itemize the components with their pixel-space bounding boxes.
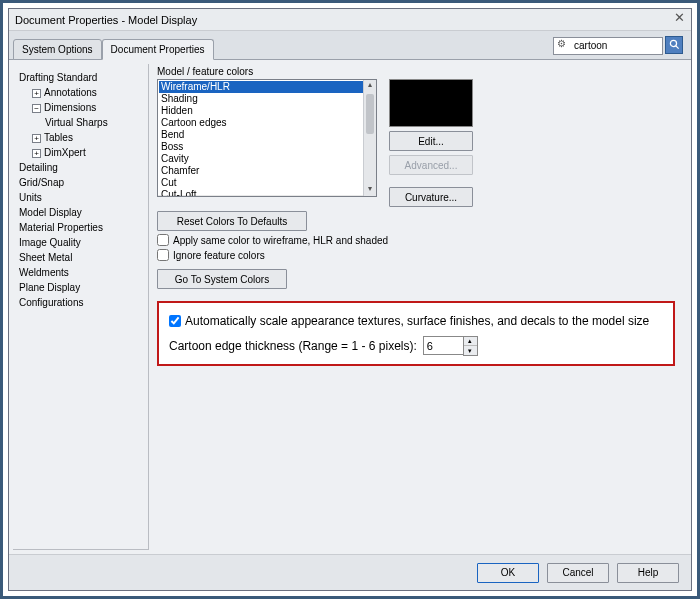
- color-listbox[interactable]: Wireframe/HLR Shading Hidden Cartoon edg…: [157, 79, 377, 197]
- list-item[interactable]: Chamfer: [159, 165, 375, 177]
- sidebar-item-weldments[interactable]: Weldments: [19, 265, 148, 280]
- list-item[interactable]: Wireframe/HLR: [159, 81, 375, 93]
- sidebar-item-virtual-sharps[interactable]: Virtual Sharps: [19, 115, 148, 130]
- list-item[interactable]: Boss: [159, 141, 375, 153]
- reset-colors-button[interactable]: Reset Colors To Defaults: [157, 211, 307, 231]
- sidebar-item-material-properties[interactable]: Material Properties: [19, 220, 148, 235]
- highlight-box: Automatically scale appearance textures,…: [157, 301, 675, 366]
- main-panel: Model / feature colors Wireframe/HLR Sha…: [149, 60, 691, 554]
- auto-scale-label: Automatically scale appearance textures,…: [185, 314, 649, 328]
- auto-scale-checkbox[interactable]: [169, 315, 181, 327]
- search-input[interactable]: [553, 37, 663, 55]
- colors-group-label: Model / feature colors: [157, 66, 683, 77]
- apply-same-color-label: Apply same color to wireframe, HLR and s…: [173, 235, 388, 246]
- sidebar-item-image-quality[interactable]: Image Quality: [19, 235, 148, 250]
- list-item[interactable]: Cut: [159, 177, 375, 189]
- scroll-down-icon[interactable]: ▾: [364, 184, 376, 196]
- search-button[interactable]: [665, 36, 683, 54]
- sidebar-item-model-display[interactable]: Model Display: [19, 205, 148, 220]
- edit-button[interactable]: Edit...: [389, 131, 473, 151]
- sidebar-item-detailing[interactable]: Detailing: [19, 160, 148, 175]
- sidebar-item-plane-display[interactable]: Plane Display: [19, 280, 148, 295]
- scroll-up-icon[interactable]: ▴: [364, 80, 376, 92]
- sidebar-item-configurations[interactable]: Configurations: [19, 295, 148, 310]
- cancel-button[interactable]: Cancel: [547, 563, 609, 583]
- plus-icon[interactable]: +: [32, 149, 41, 158]
- ignore-feature-label: Ignore feature colors: [173, 250, 265, 261]
- sidebar-item-units[interactable]: Units: [19, 190, 148, 205]
- sidebar-item-tables[interactable]: +Tables: [19, 130, 148, 145]
- color-swatch: [389, 79, 473, 127]
- window-title: Document Properties - Model Display: [15, 14, 197, 26]
- svg-line-1: [675, 46, 678, 49]
- thickness-label: Cartoon edge thickness (Range = 1 - 6 pi…: [169, 339, 417, 353]
- plus-icon[interactable]: +: [32, 89, 41, 98]
- close-icon[interactable]: ✕: [674, 10, 685, 25]
- tab-system-options[interactable]: System Options: [13, 39, 102, 60]
- ignore-feature-checkbox[interactable]: [157, 249, 169, 261]
- list-item[interactable]: Cartoon edges: [159, 117, 375, 129]
- titlebar: Document Properties - Model Display ✕: [9, 9, 691, 31]
- help-button[interactable]: Help: [617, 563, 679, 583]
- plus-icon[interactable]: +: [32, 134, 41, 143]
- gear-icon: ⚙: [557, 38, 566, 49]
- sidebar-item-dimxpert[interactable]: +DimXpert: [19, 145, 148, 160]
- list-item[interactable]: Shading: [159, 93, 375, 105]
- dialog-window: Document Properties - Model Display ✕ Sy…: [8, 8, 692, 591]
- scrollbar[interactable]: ▴ ▾: [363, 80, 376, 196]
- sidebar-item-drafting-standard[interactable]: Drafting Standard: [19, 70, 148, 85]
- thickness-spinner[interactable]: ▴ ▾: [423, 336, 478, 356]
- list-item[interactable]: Hidden: [159, 105, 375, 117]
- footer: OK Cancel Help: [9, 554, 691, 590]
- sidebar-item-sheet-metal[interactable]: Sheet Metal: [19, 250, 148, 265]
- svg-point-0: [670, 41, 676, 47]
- goto-system-colors-button[interactable]: Go To System Colors: [157, 269, 287, 289]
- list-item[interactable]: Cavity: [159, 153, 375, 165]
- tab-document-properties[interactable]: Document Properties: [102, 39, 214, 60]
- sidebar-item-dimensions[interactable]: −Dimensions: [19, 100, 148, 115]
- spinner-down-icon[interactable]: ▾: [464, 346, 477, 355]
- apply-same-color-checkbox[interactable]: [157, 234, 169, 246]
- advanced-button: Advanced...: [389, 155, 473, 175]
- tabrow: System Options Document Properties ⚙: [9, 31, 691, 59]
- minus-icon[interactable]: −: [32, 104, 41, 113]
- sidebar: Drafting Standard +Annotations −Dimensio…: [13, 64, 149, 550]
- sidebar-item-annotations[interactable]: +Annotations: [19, 85, 148, 100]
- sidebar-item-grid-snap[interactable]: Grid/Snap: [19, 175, 148, 190]
- thickness-input[interactable]: [423, 336, 463, 355]
- ok-button[interactable]: OK: [477, 563, 539, 583]
- list-item[interactable]: Cut-Loft: [159, 189, 375, 197]
- spinner-up-icon[interactable]: ▴: [464, 337, 477, 346]
- list-item[interactable]: Bend: [159, 129, 375, 141]
- curvature-button[interactable]: Curvature...: [389, 187, 473, 207]
- search-icon: [669, 39, 680, 50]
- scroll-thumb[interactable]: [366, 94, 374, 134]
